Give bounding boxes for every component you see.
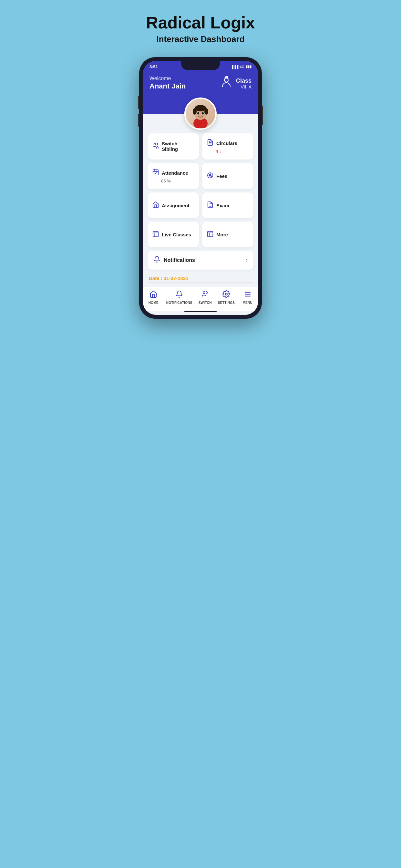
circulars-icon	[207, 139, 214, 148]
class-label: Class	[236, 78, 251, 84]
app-subtitle: Interactive Dashboard	[156, 34, 244, 44]
user-name: Anant Jain	[150, 82, 186, 90]
circulars-card[interactable]: Circulars 4 ↓	[202, 133, 253, 159]
nav-home-label: HOME	[149, 301, 158, 305]
nav-switch-icon	[201, 290, 209, 300]
grid-row-1: Switch Sibling	[148, 133, 253, 159]
phone-frame: 8:51 ▐▐▐ 4G ▮▮▮ Welcome Anant Jain	[139, 57, 262, 319]
nav-settings[interactable]: SETTINGS	[218, 290, 235, 305]
switch-sibling-icon	[152, 142, 159, 151]
signal-icon: ▐▐▐	[231, 65, 238, 69]
assignment-label: Assignment	[162, 203, 189, 208]
menu-icon	[244, 290, 251, 300]
class-section: Class VIII A	[220, 75, 251, 91]
volume-up-button	[138, 96, 139, 109]
attendance-sub: 85 %	[152, 179, 171, 183]
attendance-card[interactable]: Attendance 85 %	[148, 163, 199, 189]
nav-switch[interactable]: SWITCH	[197, 290, 213, 305]
network-type: 4G	[240, 65, 244, 69]
class-info: Class VIII A	[236, 78, 251, 89]
home-indicator	[184, 311, 217, 312]
switch-sibling-card[interactable]: Switch Sibling	[148, 133, 199, 159]
class-value: VIII A	[236, 84, 251, 89]
assignment-card[interactable]: Assignment	[148, 192, 199, 218]
svg-point-0	[224, 78, 228, 82]
nav-home[interactable]: HOME	[145, 290, 161, 305]
more-icon	[207, 230, 214, 239]
avatar	[184, 97, 217, 130]
attendance-icon	[152, 168, 159, 177]
svg-point-10	[154, 143, 156, 145]
svg-point-9	[202, 113, 204, 115]
svg-rect-13	[153, 170, 158, 175]
nav-notifications-label: NOTIFICATIONS	[166, 301, 192, 305]
phone-screen: 8:51 ▐▐▐ 4G ▮▮▮ Welcome Anant Jain	[143, 61, 258, 315]
nav-settings-label: SETTINGS	[218, 301, 235, 305]
svg-point-8	[197, 113, 199, 115]
settings-icon	[222, 290, 230, 300]
welcome-section: Welcome Anant Jain	[150, 75, 186, 90]
home-icon	[150, 290, 157, 300]
svg-point-29	[203, 291, 205, 293]
date-bar: Date : 31-07-2021	[148, 273, 253, 283]
more-card[interactable]: More	[202, 221, 253, 247]
fees-label: Fees	[216, 174, 227, 179]
svg-rect-26	[208, 231, 213, 237]
battery-icon: ▮▮▮	[246, 65, 251, 69]
notifications-bar[interactable]: Notifications ›	[148, 251, 253, 270]
notch	[181, 61, 220, 70]
graduation-icon	[220, 75, 233, 91]
notif-left: Notifications	[153, 256, 195, 265]
chevron-right-icon: ›	[246, 257, 248, 264]
nav-bell-icon	[175, 290, 183, 300]
svg-rect-23	[153, 231, 158, 237]
nav-menu-label: MENU	[243, 301, 252, 305]
exam-card[interactable]: Exam	[202, 192, 253, 218]
app-title: Radical Logix	[146, 13, 255, 32]
circulars-label: Circulars	[216, 141, 237, 146]
assignment-icon	[152, 201, 159, 210]
svg-point-7	[204, 108, 208, 115]
fees-icon	[207, 172, 214, 181]
avatar-image	[186, 99, 215, 128]
svg-point-30	[225, 293, 227, 295]
grid-row-4: Live Classes More	[148, 221, 253, 247]
avatar-area	[143, 97, 258, 130]
content-area: Switch Sibling	[143, 133, 258, 287]
circulars-sub: 4 ↓	[207, 149, 221, 154]
notifications-label: Notifications	[164, 257, 195, 263]
live-classes-label: Live Classes	[162, 232, 191, 237]
live-classes-icon	[152, 230, 159, 239]
bottom-nav: HOME NOTIFICATIONS	[143, 287, 258, 311]
exam-label: Exam	[216, 203, 229, 208]
nav-menu[interactable]: MENU	[240, 290, 256, 305]
live-classes-card[interactable]: Live Classes	[148, 221, 199, 247]
nav-notifications[interactable]: NOTIFICATIONS	[166, 290, 192, 305]
fees-card[interactable]: Fees	[202, 163, 253, 189]
status-time: 8:51	[150, 64, 158, 69]
status-icons: ▐▐▐ 4G ▮▮▮	[231, 65, 251, 69]
more-label: More	[216, 232, 228, 237]
nav-switch-label: SWITCH	[198, 301, 212, 305]
grid-row-2: Attendance 85 %	[148, 163, 253, 189]
attendance-label: Attendance	[162, 170, 188, 176]
power-button	[262, 105, 263, 125]
notifications-icon	[153, 256, 160, 265]
grid-row-3: Assignment	[148, 192, 253, 218]
exam-icon	[207, 201, 214, 210]
volume-down-button	[138, 114, 139, 127]
svg-point-6	[193, 108, 197, 115]
switch-sibling-label: Switch Sibling	[162, 141, 194, 152]
welcome-label: Welcome	[150, 75, 186, 82]
